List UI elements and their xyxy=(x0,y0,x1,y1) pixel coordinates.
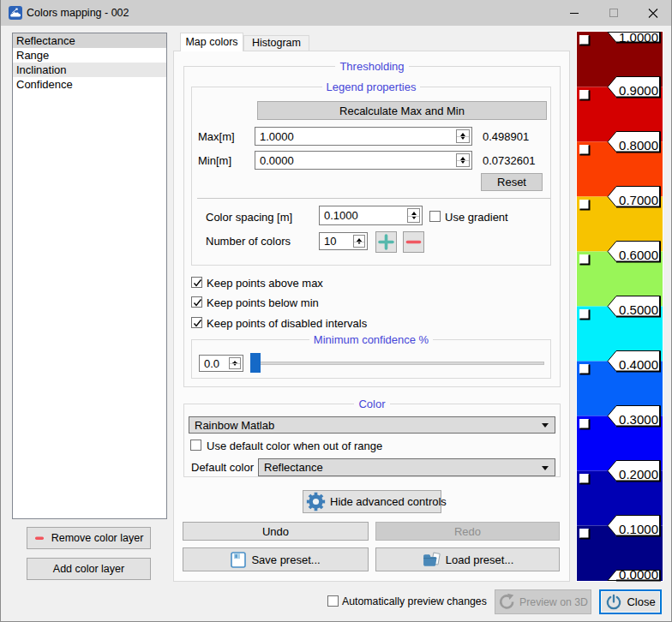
svg-text:0.8000: 0.8000 xyxy=(619,138,658,153)
svg-text:0.5000: 0.5000 xyxy=(619,302,658,317)
svg-text:0.3000: 0.3000 xyxy=(619,412,658,427)
svg-text:0.9000: 0.9000 xyxy=(619,83,658,98)
svg-text:0.6000: 0.6000 xyxy=(619,248,658,262)
svg-text:0.2000: 0.2000 xyxy=(619,467,658,481)
svg-text:1.0000: 1.0000 xyxy=(619,31,658,45)
svg-text:0.1000: 0.1000 xyxy=(619,522,658,536)
svg-text:0.4000: 0.4000 xyxy=(619,357,658,372)
svg-text:0.7000: 0.7000 xyxy=(619,193,658,207)
svg-text:0.0000: 0.0000 xyxy=(619,567,658,582)
